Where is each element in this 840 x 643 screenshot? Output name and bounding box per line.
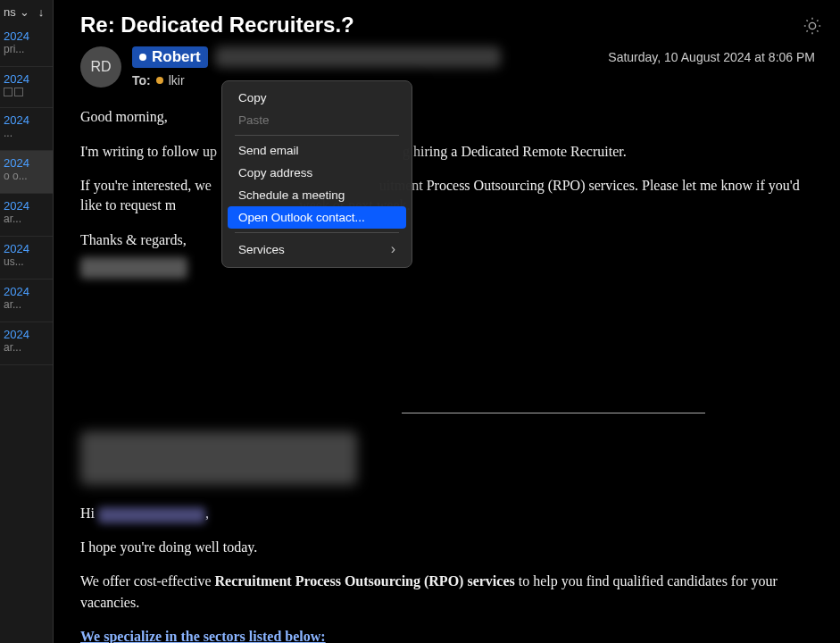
sender-name-text: Robert bbox=[152, 48, 201, 66]
redacted-signature bbox=[80, 257, 187, 279]
theme-toggle-icon[interactable] bbox=[803, 16, 822, 36]
sidebar-year: 2024 bbox=[4, 29, 49, 43]
sidebar-sub: ar... bbox=[4, 213, 49, 225]
quoted-greeting: Hi , bbox=[80, 503, 815, 524]
sidebar-item[interactable]: 2024ar... bbox=[0, 322, 53, 365]
sidebar-sub: us... bbox=[4, 255, 49, 268]
quoted-p1: I hope you're doing well today. bbox=[80, 537, 815, 558]
sidebar-sub: o o... bbox=[4, 170, 49, 182]
sidebar-item[interactable]: 2024us... bbox=[0, 237, 53, 280]
context-menu: CopyPasteSend emailCopy addressSchedule … bbox=[221, 80, 412, 268]
sidebar-year: 2024 bbox=[4, 113, 49, 127]
quoted-p2: We offer cost-effective Recruitment Proc… bbox=[80, 571, 815, 614]
chevron-right-icon bbox=[391, 241, 395, 257]
sidebar-item[interactable]: 2024ar... bbox=[0, 280, 53, 322]
email-body: Good morning, I'm writing to follow up g… bbox=[80, 107, 815, 279]
sidebar-item[interactable]: 2024... bbox=[0, 108, 53, 151]
menu-item-copy[interactable]: Copy bbox=[228, 87, 406, 109]
specialize-link[interactable]: We specialize in the sectors listed belo… bbox=[80, 629, 326, 643]
sidebar-header-label: ns bbox=[4, 5, 16, 19]
quoted-email-body: Hi , I hope you're doing well today. We … bbox=[80, 503, 815, 643]
menu-item-services[interactable]: Services bbox=[228, 237, 406, 262]
email-header: RD Robert To: lkir Saturday, 10 August 2… bbox=[80, 46, 815, 88]
recipient-name: lkir bbox=[169, 73, 185, 88]
sidebar-year: 2024 bbox=[4, 199, 49, 213]
menu-separator bbox=[235, 232, 399, 233]
sidebar-sub: ar... bbox=[4, 298, 49, 311]
sidebar-mini-icons bbox=[4, 88, 49, 96]
quoted-separator bbox=[402, 413, 705, 413]
svg-line-7 bbox=[806, 30, 807, 31]
sidebar-header[interactable]: ns ⌄ ↓ bbox=[0, 0, 53, 24]
menu-separator bbox=[235, 135, 399, 136]
sidebar-item[interactable]: 2024pri... bbox=[0, 24, 53, 67]
sidebar-item[interactable]: 2024o o... bbox=[0, 151, 53, 194]
chevron-down-icon: ⌄ bbox=[20, 5, 29, 19]
menu-item-copy-address[interactable]: Copy address bbox=[228, 162, 406, 184]
redacted-quoted-header bbox=[80, 431, 357, 485]
redacted-name bbox=[98, 507, 205, 523]
sender-avatar[interactable]: RD bbox=[80, 46, 121, 88]
sidebar-sub: ar... bbox=[4, 341, 49, 354]
email-subject: Re: Dedicated Recruiters.? bbox=[80, 0, 815, 46]
sidebar-sub: pri... bbox=[4, 43, 49, 55]
presence-dot-icon bbox=[139, 54, 146, 61]
menu-item-open-outlook-contact[interactable]: Open Outlook contact... bbox=[228, 206, 406, 229]
signoff: Thanks & regards, bbox=[80, 230, 815, 250]
recipient-status-icon bbox=[156, 77, 163, 84]
email-reading-pane: Re: Dedicated Recruiters.? RD Robert To:… bbox=[55, 0, 840, 643]
sidebar-year: 2024 bbox=[4, 156, 49, 170]
arrow-down-icon: ↓ bbox=[38, 5, 45, 19]
svg-point-0 bbox=[809, 22, 815, 29]
to-label: To: bbox=[132, 73, 151, 88]
sidebar-item[interactable]: 2024 bbox=[0, 67, 53, 108]
menu-item-paste: Paste bbox=[228, 109, 406, 131]
redacted-sender bbox=[215, 46, 501, 68]
email-timestamp: Saturday, 10 August 2024 at 8:06 PM bbox=[608, 50, 815, 64]
greeting: Good morning, bbox=[80, 107, 815, 127]
menu-item-schedule-a-meeting[interactable]: Schedule a meeting bbox=[228, 184, 406, 206]
sidebar-year: 2024 bbox=[4, 242, 49, 255]
sidebar-year: 2024 bbox=[4, 328, 49, 341]
svg-line-8 bbox=[817, 20, 818, 21]
sidebar-item[interactable]: 2024ar... bbox=[0, 194, 53, 237]
menu-item-send-email[interactable]: Send email bbox=[228, 139, 406, 162]
sidebar: ns ⌄ ↓ 2024pri...20242024...2024o o...20… bbox=[0, 0, 54, 643]
sender-name-chip[interactable]: Robert bbox=[132, 46, 208, 68]
svg-line-3 bbox=[806, 20, 807, 21]
body-p1: I'm writing to follow up g hiring a Dedi… bbox=[80, 142, 815, 162]
svg-line-4 bbox=[817, 30, 818, 31]
sidebar-sub: ... bbox=[4, 127, 49, 139]
body-p2: If you're interested, we uitment Process… bbox=[80, 176, 815, 216]
sidebar-year: 2024 bbox=[4, 285, 49, 298]
sidebar-year: 2024 bbox=[4, 72, 49, 86]
